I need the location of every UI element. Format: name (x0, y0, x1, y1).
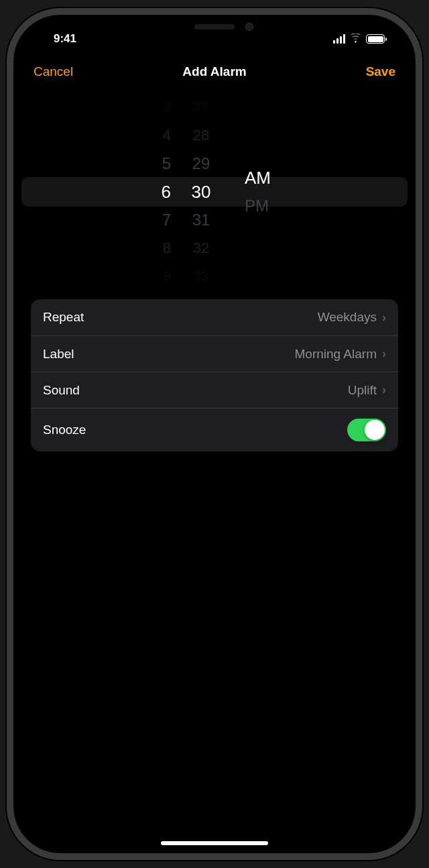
phone-frame: 9:41 Cancel Add Alarm Save (7, 8, 422, 860)
picker-minute-item[interactable]: 29 (192, 150, 210, 178)
notch (147, 15, 282, 39)
picker-hour-item[interactable]: 9 (164, 262, 171, 290)
nav-bar: Cancel Add Alarm Save (13, 51, 416, 91)
sound-value: Uplift (348, 383, 377, 398)
wifi-icon (349, 34, 362, 45)
sound-row[interactable]: Sound Uplift › (31, 372, 398, 408)
cellular-signal-icon (333, 34, 345, 44)
label-value-group: Morning Alarm › (295, 347, 387, 362)
chevron-right-icon: › (382, 383, 386, 397)
save-button[interactable]: Save (366, 64, 395, 79)
picker-period-pm[interactable]: PM (245, 192, 269, 220)
front-camera (245, 23, 253, 31)
repeat-value: Weekdays (318, 310, 377, 325)
picker-minute-item[interactable]: 32 (193, 234, 209, 262)
home-indicator[interactable] (161, 841, 268, 845)
picker-hour-item[interactable]: 7 (162, 206, 171, 234)
repeat-row[interactable]: Repeat Weekdays › (31, 299, 398, 335)
period-picker[interactable]: AM PM (231, 105, 312, 279)
cancel-button[interactable]: Cancel (34, 64, 73, 79)
status-time: 9:41 (35, 32, 76, 46)
snooze-row: Snooze (31, 408, 398, 451)
settings-list: Repeat Weekdays › Label Morning Alarm › … (31, 299, 398, 451)
repeat-value-group: Weekdays › (318, 310, 386, 325)
picker-columns: 3 4 5 6 7 8 9 27 28 29 30 31 32 33 (21, 105, 408, 279)
picker-minute-selected[interactable]: 30 (192, 178, 211, 206)
toggle-knob (365, 420, 385, 440)
picker-minute-item[interactable]: 27 (194, 93, 208, 121)
label-row[interactable]: Label Morning Alarm › (31, 335, 398, 372)
label-label: Label (43, 347, 74, 362)
status-icons (333, 34, 394, 45)
picker-hour-item[interactable]: 8 (163, 234, 171, 262)
picker-minute-item[interactable]: 33 (194, 262, 208, 290)
picker-hour-item[interactable]: 3 (164, 93, 171, 121)
battery-icon (366, 34, 385, 44)
page-title: Add Alarm (182, 64, 246, 79)
picker-period-am[interactable]: AM (245, 164, 271, 192)
picker-minute-item[interactable]: 28 (193, 121, 209, 150)
time-picker[interactable]: 3 4 5 6 7 8 9 27 28 29 30 31 32 33 (21, 105, 408, 279)
picker-hour-item[interactable]: 4 (163, 121, 171, 150)
chevron-right-icon: › (382, 311, 386, 325)
sound-value-group: Uplift › (348, 383, 386, 398)
chevron-right-icon: › (382, 347, 386, 361)
picker-hour-item[interactable]: 5 (162, 150, 171, 178)
picker-hour-selected[interactable]: 6 (162, 178, 171, 206)
repeat-label: Repeat (43, 310, 84, 325)
snooze-toggle[interactable] (347, 419, 386, 441)
speaker-grille (194, 24, 235, 30)
sound-label: Sound (43, 383, 80, 398)
hour-picker[interactable]: 3 4 5 6 7 8 9 (117, 105, 171, 279)
minute-picker[interactable]: 27 28 29 30 31 32 33 (171, 105, 231, 279)
snooze-label: Snooze (43, 423, 86, 437)
label-value: Morning Alarm (295, 347, 377, 362)
screen: 9:41 Cancel Add Alarm Save (13, 15, 416, 853)
picker-minute-item[interactable]: 31 (192, 206, 210, 234)
